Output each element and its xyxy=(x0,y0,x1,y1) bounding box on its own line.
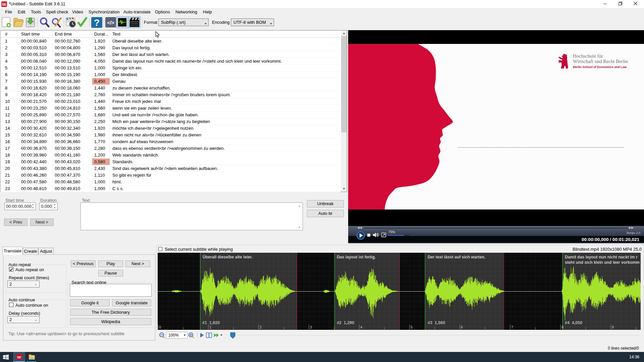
svg-text:#1 1,920: #1 1,920 xyxy=(202,320,220,325)
svg-text:SE: SE xyxy=(17,355,21,359)
svg-text:2: 2 xyxy=(260,325,262,329)
svg-text:#2 1,290: #2 1,290 xyxy=(337,320,354,325)
svg-text:4: 4 xyxy=(360,325,362,329)
svg-text:#4 4,050: #4 4,050 xyxy=(565,320,582,325)
svg-text:#3 1,560: #3 1,560 xyxy=(428,320,445,325)
svg-text:Der text lässt auf sich warten: Der text lässt auf sich warten. xyxy=(428,255,485,259)
svg-text:1: 1 xyxy=(209,325,211,329)
svg-text:3: 3 xyxy=(310,325,312,329)
svg-text:6: 6 xyxy=(461,325,463,329)
svg-text:5: 5 xyxy=(411,325,413,329)
svg-text:</>: </> xyxy=(107,20,114,25)
svg-text:0: 0 xyxy=(159,325,161,329)
svg-text:Überall dieselbe alte leier.: Überall dieselbe alte leier. xyxy=(203,254,253,259)
svg-text:?: ? xyxy=(94,17,100,28)
svg-text:Damit das layout nun nicht nac: Damit das layout nun nicht nackt im r xyxy=(565,255,638,259)
svg-text:8: 8 xyxy=(561,325,564,329)
svg-text:7: 7 xyxy=(511,325,513,329)
svg-text:SE: SE xyxy=(2,3,7,6)
svg-text:steht und sich klein und leer: steht und sich klein und leer vorkomm xyxy=(565,260,640,265)
svg-text:9: 9 xyxy=(612,325,614,329)
svg-text:Das layout ist fertig.: Das layout ist fertig. xyxy=(337,255,376,259)
